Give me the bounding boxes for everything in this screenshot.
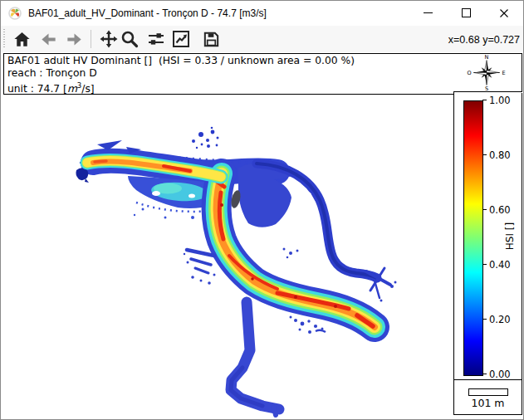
home-button[interactable]: [9, 28, 34, 50]
scalebar-panel: 101 m: [453, 380, 522, 415]
app-logo-icon: [8, 7, 22, 20]
hsi-river-map[interactable]: [3, 93, 454, 418]
figure-canvas: BAF01 adult HV Dominant [] (HSI = 0.33 /…: [1, 52, 523, 419]
subplots-button[interactable]: [144, 28, 169, 50]
toolbar-grip[interactable]: [3, 29, 5, 49]
navigation-toolbar: x=0.68 y=0.727: [1, 26, 523, 52]
plot-info-box: BAF01 adult HV Dominant [] (HSI = 0.33 /…: [3, 53, 454, 95]
colorbar-tick: [482, 374, 487, 374]
floppy-save-icon: [202, 30, 221, 49]
forward-button[interactable]: [61, 28, 86, 50]
maximize-button[interactable]: [447, 1, 485, 25]
reach-line: reach : Tronçon D: [4, 67, 453, 80]
close-button[interactable]: [485, 1, 523, 25]
compass-west-label: O: [467, 70, 471, 76]
line-chart-icon: [171, 29, 191, 49]
cursor-coordinates: x=0.68 y=0.727: [448, 26, 520, 52]
compass-rose-icon: N S E O: [453, 54, 521, 91]
colorbar-tick: [482, 100, 487, 100]
colorbar-tick: [482, 209, 487, 210]
save-button[interactable]: [198, 28, 223, 50]
title-bar[interactable]: BAF01_adult_HV_Dominant - Tronçon D - 74…: [1, 1, 523, 26]
zoom-button[interactable]: [117, 28, 142, 50]
colorbar-axis-label: HSI []: [504, 154, 517, 320]
compass-south-label: S: [485, 85, 488, 92]
scalebar-rect: [468, 388, 508, 396]
colorbar-gradient: [463, 100, 483, 376]
magnifier-icon: [120, 29, 140, 49]
minimize-button[interactable]: [409, 1, 447, 25]
compass-east-label: E: [502, 70, 506, 76]
forward-arrow-icon: [65, 30, 84, 49]
colorbar-tick: [482, 154, 487, 155]
minimize-icon: [424, 12, 433, 13]
colorbar-tick: [482, 264, 487, 265]
maximize-icon: [462, 8, 471, 17]
pan-move-icon: [99, 29, 119, 49]
sliders-icon: [146, 29, 166, 49]
plot-options-button[interactable]: [169, 28, 193, 50]
colorbar-tick-label: 0.00: [489, 369, 511, 380]
back-arrow-icon: [39, 30, 58, 49]
scalebar-label: 101 m: [454, 397, 522, 409]
compass-box: N S E O: [453, 53, 522, 92]
home-icon: [12, 30, 32, 49]
back-button[interactable]: [36, 28, 61, 50]
toolbar-separator: [91, 30, 91, 48]
close-icon: [499, 8, 509, 18]
window-title: BAF01_adult_HV_Dominant - Tronçon D - 74…: [28, 1, 267, 26]
colorbar-tick-label: 1.00: [489, 95, 511, 106]
plot-title-line: BAF01 adult HV Dominant [] (HSI = 0.33 /…: [4, 55, 453, 67]
compass-north-label: N: [485, 54, 489, 61]
colorbar-panel: 1.00 0.80 0.60 0.40 0.20 0.00 HSI []: [453, 93, 522, 380]
application-window: BAF01_adult_HV_Dominant - Tronçon D - 74…: [0, 0, 524, 420]
colorbar-tick: [482, 319, 487, 320]
